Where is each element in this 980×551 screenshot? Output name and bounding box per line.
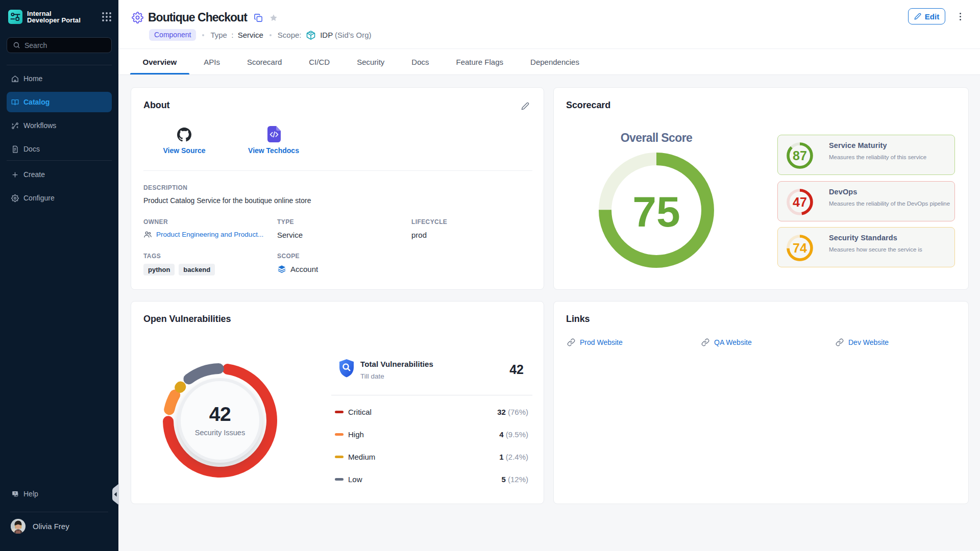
svg-text:?: ?: [14, 491, 16, 495]
svg-text:47: 47: [793, 195, 807, 209]
svg-text:74: 74: [793, 241, 807, 255]
svg-text:87: 87: [793, 148, 807, 163]
